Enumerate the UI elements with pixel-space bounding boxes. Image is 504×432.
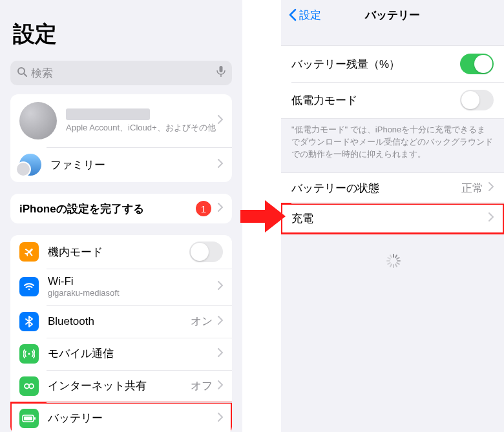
avatar — [19, 102, 57, 139]
lowpower-label: 低電力モード — [291, 93, 460, 108]
cellular-icon — [19, 344, 39, 364]
page-title: 設定 — [0, 0, 242, 56]
bluetooth-row[interactable]: Bluetooth オン — [10, 305, 232, 338]
account-name-redacted — [66, 108, 150, 120]
apple-account-row[interactable]: Apple Account、iCloud+、およびその他 — [10, 94, 232, 147]
svg-rect-10 — [34, 417, 36, 420]
svg-point-5 — [28, 353, 30, 355]
airplane-label: 機内モード — [48, 245, 189, 260]
svg-line-1 — [24, 74, 26, 76]
cellular-row[interactable]: モバイル通信 — [10, 338, 232, 370]
family-row[interactable]: ファミリー — [10, 147, 232, 182]
cellular-label: モバイル通信 — [48, 346, 218, 361]
nav-bar: 設定 バッテリー — [281, 0, 504, 30]
chevron-right-icon — [218, 159, 223, 170]
svg-point-4 — [28, 289, 30, 291]
battery-screen: 設定 バッテリー バッテリー残量（%） 低電力モード "低電力モード" では、i… — [281, 0, 504, 432]
lowpower-row[interactable]: 低電力モード — [281, 82, 504, 118]
battery-health-value: 正常 — [461, 181, 483, 196]
svg-rect-2 — [220, 66, 223, 72]
chevron-right-icon — [488, 212, 494, 224]
chevron-right-icon — [218, 115, 223, 127]
notification-badge: 1 — [196, 201, 211, 216]
back-label: 設定 — [299, 8, 321, 23]
airplane-icon — [19, 242, 39, 262]
wifi-value: gigaraku-mediasoft — [48, 288, 218, 299]
chevron-right-icon — [488, 182, 494, 194]
search-icon — [17, 67, 27, 79]
airplane-toggle[interactable] — [189, 242, 223, 262]
battery-health-label: バッテリーの状態 — [291, 181, 461, 196]
hotspot-icon — [19, 376, 39, 396]
family-avatar-icon — [19, 154, 41, 176]
chevron-right-icon — [218, 281, 223, 293]
svg-point-7 — [29, 384, 34, 388]
finish-setup-row[interactable]: iPhoneの設定を完了する 1 — [10, 194, 232, 223]
battery-percent-label: バッテリー残量（%） — [291, 57, 460, 72]
charging-row[interactable]: 充電 — [281, 203, 504, 234]
chevron-right-icon — [218, 380, 223, 392]
lowpower-footer: "低電力モード" では、iPhoneを十分に充電できるまでダウンロードやメール受… — [281, 119, 504, 172]
battery-icon — [19, 409, 39, 428]
chevron-right-icon — [218, 316, 223, 327]
search-input[interactable]: 検索 — [10, 61, 232, 85]
lowpower-toggle[interactable] — [460, 90, 494, 110]
wifi-icon — [19, 277, 39, 296]
chevron-right-icon — [218, 203, 223, 214]
airplane-row[interactable]: 機内モード — [10, 235, 232, 269]
account-subtitle: Apple Account、iCloud+、およびその他 — [66, 123, 218, 134]
settings-screen: 設定 検索 Apple Account、iCloud+、およびその他 ファミリー — [0, 0, 242, 432]
loading-spinner-icon — [386, 254, 400, 268]
account-group: Apple Account、iCloud+、およびその他 ファミリー — [10, 94, 232, 182]
transition-arrow-icon — [240, 194, 286, 239]
bluetooth-icon — [19, 312, 39, 331]
battery-toggles-group: バッテリー残量（%） 低電力モード — [281, 45, 504, 119]
charging-label: 充電 — [291, 211, 488, 226]
battery-label: バッテリー — [48, 411, 218, 426]
bluetooth-label: Bluetooth — [48, 315, 191, 328]
svg-rect-9 — [24, 417, 32, 420]
hotspot-row[interactable]: インターネット共有 オフ — [10, 370, 232, 402]
svg-point-6 — [25, 384, 29, 388]
battery-percent-row[interactable]: バッテリー残量（%） — [281, 46, 504, 82]
chevron-right-icon — [218, 348, 223, 360]
bluetooth-value: オン — [191, 314, 213, 329]
battery-info-group: バッテリーの状態 正常 充電 — [281, 172, 504, 234]
connectivity-group: 機内モード Wi-Fi gigaraku-mediasoft Bluetooth… — [10, 235, 232, 432]
family-label: ファミリー — [50, 158, 218, 172]
search-placeholder: 検索 — [31, 66, 216, 81]
chevron-right-icon — [218, 413, 223, 424]
hotspot-value: オフ — [191, 378, 213, 393]
back-button[interactable]: 設定 — [289, 8, 321, 23]
battery-percent-toggle[interactable] — [460, 54, 494, 74]
mic-icon[interactable] — [216, 66, 226, 80]
setup-group: iPhoneの設定を完了する 1 — [10, 194, 232, 223]
hotspot-label: インターネット共有 — [48, 378, 191, 393]
wifi-label: Wi-Fi — [48, 275, 218, 288]
battery-row[interactable]: バッテリー — [10, 402, 232, 432]
wifi-row[interactable]: Wi-Fi gigaraku-mediasoft — [10, 269, 232, 305]
finish-setup-label: iPhoneの設定を完了する — [19, 201, 196, 216]
battery-health-row[interactable]: バッテリーの状態 正常 — [281, 173, 504, 203]
